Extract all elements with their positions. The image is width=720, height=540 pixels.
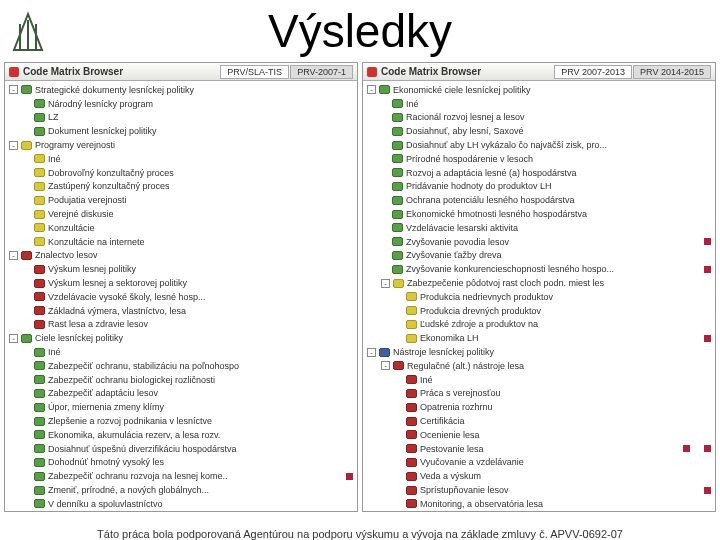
tree-row[interactable]: Národný lesnícky program	[5, 97, 357, 111]
tree-row[interactable]: Dosiahnuť úspešnú diverzifikáciu hospodá…	[5, 442, 357, 456]
matrix-cell	[346, 266, 353, 273]
tree-row[interactable]: Vzdelávacie vysoké školy, lesné hosp...	[5, 290, 357, 304]
matrix-cell	[346, 404, 353, 411]
tree-row[interactable]: Monitoring, a observatória lesa	[363, 497, 715, 511]
code-label: Verejné diskusie	[48, 209, 321, 219]
tree-row[interactable]: Zabezpečiť ochranu, stabilizáciu na poľn…	[5, 359, 357, 373]
tree-row[interactable]: -Programy verejnosti	[5, 138, 357, 152]
code-label: Národný lesnícky program	[48, 99, 321, 109]
tree-row[interactable]: Práca s verejnosťou	[363, 387, 715, 401]
expand-toggle[interactable]: -	[367, 85, 376, 94]
tree-row[interactable]: Dosiahnuť, aby lesní, Saxové	[363, 124, 715, 138]
matrix-cell	[704, 335, 711, 342]
tree-row[interactable]: -Ciele lesníckej politiky	[5, 331, 357, 345]
tree-row[interactable]: Konzultácie na internete	[5, 235, 357, 249]
code-icon	[34, 154, 45, 163]
tree-row[interactable]: LZ	[5, 111, 357, 125]
tree-row[interactable]: Iné	[5, 345, 357, 359]
tree-row[interactable]: Ekonomické hmotnosti lesného hospodárstv…	[363, 207, 715, 221]
tree-row[interactable]: Opatrenia rozhrnu	[363, 400, 715, 414]
tree-row[interactable]: -Nástroje lesníckej politiky	[363, 345, 715, 359]
expand-toggle[interactable]: -	[381, 279, 390, 288]
tree-row[interactable]: -Regulačné (alt.) nástroje lesa	[363, 359, 715, 373]
matrix-cell	[346, 418, 353, 425]
tree-row[interactable]: Dohodnúť hmotný vysoký les	[5, 456, 357, 470]
expand-toggle[interactable]: -	[381, 361, 390, 370]
column-tab[interactable]: PRV-2007-1	[290, 65, 353, 79]
tree-row[interactable]: Zlepšenie a rozvoj podnikania v lesníctv…	[5, 414, 357, 428]
tree-row[interactable]: Produkcia nedrievnych produktov	[363, 290, 715, 304]
stop-icon[interactable]	[367, 67, 377, 77]
tree-row[interactable]: Výskum lesnej a sektorovej politiky	[5, 276, 357, 290]
tree-row[interactable]: Iné	[363, 97, 715, 111]
tree-row[interactable]: Ocenienie lesa	[363, 428, 715, 442]
tree-row[interactable]: Vzdelávacie lesarski aktivita	[363, 221, 715, 235]
matrix-cell	[704, 293, 711, 300]
tree-row[interactable]: Zabezpečiť ochranu rozvoja na lesnej kom…	[5, 469, 357, 483]
column-tab[interactable]: PRV 2014-2015	[633, 65, 711, 79]
tree-row[interactable]: Konzultácie	[5, 221, 357, 235]
tree-row[interactable]: Zvyšovanie povodia lesov	[363, 235, 715, 249]
matrix-cell	[325, 431, 332, 438]
tree-row[interactable]: Sprístupňovanie lesov	[363, 483, 715, 497]
tree-row[interactable]: Dokument lesníckej politiky	[5, 124, 357, 138]
tree-row[interactable]: Veda a výskum	[363, 469, 715, 483]
tree-row[interactable]: Iné	[363, 373, 715, 387]
expand-toggle[interactable]: -	[9, 334, 18, 343]
tree-row[interactable]: -Strategické dokumenty lesníckej politik…	[5, 83, 357, 97]
tree-row[interactable]: Úpor, miernenia zmeny klímy	[5, 400, 357, 414]
matrix-cell	[704, 197, 711, 204]
tree-row[interactable]: Zvyšovanie konkurencieschopnosti lesného…	[363, 262, 715, 276]
matrix-cell	[704, 376, 711, 383]
code-icon	[392, 113, 403, 122]
code-icon	[392, 168, 403, 177]
matrix-cell	[704, 390, 711, 397]
tree-row[interactable]: Ľudské zdroje a produktov na	[363, 318, 715, 332]
tree-row[interactable]: -Ekonomické ciele lesníckej politiky	[363, 83, 715, 97]
tree-row[interactable]: Pestovanie lesa	[363, 442, 715, 456]
tree-row[interactable]: Vyučovanie a vzdelávanie	[363, 456, 715, 470]
code-label: Iné	[420, 375, 679, 385]
tree-row[interactable]: -Zabezpečenie pôdotvoj rast cloch podn. …	[363, 276, 715, 290]
tree-row[interactable]: Dosiahnuť aby LH vykázalo čo najväčší zi…	[363, 138, 715, 152]
tree-row[interactable]: Ekonomika LH	[363, 331, 715, 345]
stop-icon[interactable]	[9, 67, 19, 77]
matrix-cell	[346, 459, 353, 466]
tree-row[interactable]: Zabezpečiť adaptáciu lesov	[5, 387, 357, 401]
matrix-cell	[704, 473, 711, 480]
tree-row[interactable]: Pridávanie hodnoty do produktov LH	[363, 180, 715, 194]
tree-row[interactable]: Verejné diskusie	[5, 207, 357, 221]
expand-toggle[interactable]: -	[367, 348, 376, 357]
code-label: Zabezpečenie pôdotvoj rast cloch podn. m…	[407, 278, 679, 288]
tree-row[interactable]: Výskum lesnej politiky	[5, 262, 357, 276]
tree-row[interactable]: Zvyšovanie ťažby dreva	[363, 249, 715, 263]
expand-toggle[interactable]: -	[9, 85, 18, 94]
tree-row[interactable]: Základná výmera, vlastníctvo, lesa	[5, 304, 357, 318]
expand-toggle[interactable]: -	[9, 251, 18, 260]
tree-row[interactable]: Zmeniť, prírodné, a nových globálnych...	[5, 483, 357, 497]
tree-row[interactable]: V denníku a spoluvlastníctvo	[5, 497, 357, 511]
tree-row[interactable]: Zabezpečiť ochranu biologickej rozličnos…	[5, 373, 357, 387]
tree-row[interactable]: Prírodné hospodárenie v lesoch	[363, 152, 715, 166]
expand-toggle[interactable]: -	[9, 141, 18, 150]
tree-row[interactable]: Ochrana potenciálu lesného hospodárstva	[363, 193, 715, 207]
matrix-cell	[325, 86, 332, 93]
tree-row[interactable]: -Znalectvo lesov	[5, 249, 357, 263]
tree-row[interactable]: Dobrovoľný konzultačný proces	[5, 166, 357, 180]
code-icon	[34, 168, 45, 177]
tree-row[interactable]: Rast lesa a zdravie lesov	[5, 318, 357, 332]
matrix-cell	[683, 211, 690, 218]
tree-row[interactable]: Racionál rozvoj lesnej a lesov	[363, 111, 715, 125]
code-icon	[34, 458, 45, 467]
tree-row[interactable]: Certifikácia	[363, 414, 715, 428]
code-label: Nástroje lesníckej politiky	[393, 347, 679, 357]
column-tab[interactable]: PRV/SLA-TIS	[220, 65, 289, 79]
column-tab[interactable]: PRV 2007-2013	[554, 65, 632, 79]
tree-row[interactable]: Podujatia verejnosti	[5, 193, 357, 207]
tree-row[interactable]: Zastúpený konzultačný proces	[5, 180, 357, 194]
tree-row[interactable]: Rozvoj a adaptácia lesné (a) hospodárstv…	[363, 166, 715, 180]
code-label: Dosiahnuť aby LH vykázalo čo najväčší zi…	[406, 140, 679, 150]
tree-row[interactable]: Ekonomika, akumulácia rezerv, a lesa roz…	[5, 428, 357, 442]
tree-row[interactable]: Produkcia drevných produktov	[363, 304, 715, 318]
tree-row[interactable]: Iné	[5, 152, 357, 166]
